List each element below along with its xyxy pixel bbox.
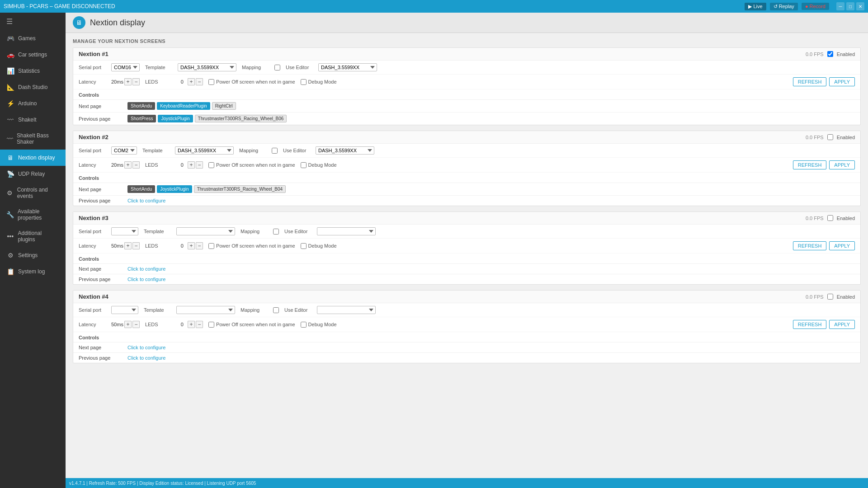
nextion-1-template[interactable]: DASH_3.5599XX bbox=[178, 63, 236, 71]
nextion-4-mapping-checkbox[interactable] bbox=[273, 307, 279, 313]
sidebar-item-additional-plugins[interactable]: ••• Additional plugins bbox=[0, 225, 66, 247]
nextion-4-debug-checkbox[interactable] bbox=[301, 322, 307, 328]
nextion-3-prev-configure[interactable]: Click to configure bbox=[127, 277, 165, 282]
nextion-3-fps: 0.0 FPS bbox=[806, 216, 824, 221]
settings-icon: ⚙ bbox=[6, 252, 14, 259]
nextion-2-refresh-button[interactable]: REFRESH bbox=[793, 160, 827, 169]
nextion-4-control-prev: Previous page Click to configure bbox=[73, 352, 860, 363]
nextion-3-leds-plus[interactable]: + bbox=[188, 242, 195, 249]
nextion-1-mapping-checkbox[interactable] bbox=[274, 65, 280, 70]
record-button[interactable]: ● Record bbox=[802, 3, 829, 10]
sidebar-item-games[interactable]: 🎮 Games bbox=[0, 30, 66, 47]
nextion-2-editor-template[interactable]: DASH_3.5599XX bbox=[316, 146, 374, 155]
nextion-2-debug-checkbox[interactable] bbox=[301, 162, 307, 168]
nextion-3-template[interactable] bbox=[176, 227, 235, 235]
maximize-button[interactable]: □ bbox=[846, 2, 854, 10]
nextion-1-leds-plus[interactable]: + bbox=[188, 78, 195, 85]
nextion-1-editor-template[interactable]: DASH_3.5599XX bbox=[318, 63, 377, 71]
nextion-1-poweroff-checkbox[interactable] bbox=[208, 79, 214, 85]
sidebar-label-statistics: Statistics bbox=[18, 68, 40, 74]
serial-port-label-1: Serial port bbox=[79, 65, 106, 70]
nextion-2-serial-port[interactable]: COM2 bbox=[111, 146, 137, 155]
nextion-4-serial-port[interactable] bbox=[111, 306, 138, 314]
nextion-4-template[interactable] bbox=[176, 306, 235, 314]
sidebar-item-available-properties[interactable]: 🔧 Available properties bbox=[0, 204, 66, 225]
nextion-1-poweroff-label[interactable]: Power Off screen when not in game bbox=[208, 79, 295, 85]
nextion-1-latency-plus[interactable]: + bbox=[124, 78, 132, 85]
nextion-1-debug-label[interactable]: Debug Mode bbox=[301, 79, 337, 85]
sidebar-item-system-log[interactable]: 📋 System log bbox=[0, 263, 66, 280]
nextion-4-editor-template[interactable] bbox=[317, 306, 376, 314]
nextion-2-poweroff-checkbox[interactable] bbox=[208, 162, 214, 168]
nextion-3-mapping-checkbox[interactable] bbox=[273, 229, 279, 235]
live-button[interactable]: ▶ Live bbox=[745, 3, 766, 10]
nextion-2-leds-plus[interactable]: + bbox=[188, 161, 195, 169]
template-label-2: Template bbox=[142, 148, 170, 153]
nextion-4-latency-plus[interactable]: + bbox=[124, 321, 132, 328]
games-icon: 🎮 bbox=[6, 35, 14, 42]
nextion-3-latency-minus[interactable]: − bbox=[132, 242, 140, 249]
nextion-3-poweroff-checkbox[interactable] bbox=[208, 243, 214, 249]
sidebar-item-car-settings[interactable]: 🚗 Car settings bbox=[0, 47, 66, 63]
nextion-1-serial-port[interactable]: COM16 bbox=[111, 63, 140, 71]
nextion-4-leds-minus[interactable]: − bbox=[196, 321, 203, 328]
nextion-4-latency-minus[interactable]: − bbox=[132, 321, 140, 328]
nextion-3-enabled-checkbox[interactable] bbox=[827, 215, 833, 221]
replay-button[interactable]: ↺ Replay bbox=[770, 3, 798, 10]
nextion-3-poweroff-label[interactable]: Power Off screen when not in game bbox=[208, 243, 295, 249]
nextion-2-prev-configure[interactable]: Click to configure bbox=[127, 198, 165, 203]
nextion-3-debug-checkbox[interactable] bbox=[301, 243, 307, 249]
nextion-2-template[interactable]: DASH_3.5599XX bbox=[175, 146, 234, 155]
sidebar-item-settings[interactable]: ⚙ Settings bbox=[0, 247, 66, 263]
sidebar-item-nextion-display[interactable]: 🖥 Nextion display bbox=[0, 150, 66, 166]
sidebar-item-controls-events[interactable]: ⚙ Controls and events bbox=[0, 182, 66, 204]
nextion-2-title: Nextion #2 bbox=[79, 134, 108, 141]
tag-wheel-2: ThrustmasterT300RS_Racing_Wheel_B04 bbox=[194, 185, 286, 193]
sidebar-label-additional-plugins: Additional plugins bbox=[18, 230, 60, 243]
sidebar-item-udp-relay[interactable]: 📡 UDP Relay bbox=[0, 166, 66, 182]
record-label: Record bbox=[810, 4, 826, 9]
nextion-4-refresh-button[interactable]: REFRESH bbox=[793, 320, 827, 329]
nextion-3-control-prev: Previous page Click to configure bbox=[73, 274, 860, 284]
sidebar-item-dash-studio[interactable]: 📐 Dash Studio bbox=[0, 79, 66, 95]
nextion-1-latency-minus[interactable]: − bbox=[132, 78, 140, 85]
nextion-1-refresh-button[interactable]: REFRESH bbox=[793, 77, 827, 86]
nextion-3-leds-minus[interactable]: − bbox=[196, 242, 203, 249]
nextion-3-debug-label[interactable]: Debug Mode bbox=[301, 243, 337, 249]
nextion-2-poweroff-label[interactable]: Power Off screen when not in game bbox=[208, 162, 295, 168]
nextion-4-enabled-checkbox[interactable] bbox=[827, 294, 833, 300]
sidebar-item-shakelt-bass[interactable]: 〰 ShakeIt Bass Shaker bbox=[0, 128, 66, 150]
nextion-2-mapping-checkbox[interactable] bbox=[272, 148, 278, 154]
nextion-3-editor-template[interactable] bbox=[317, 227, 376, 235]
nextion-2-enabled-checkbox[interactable] bbox=[827, 134, 833, 140]
close-button[interactable]: ✕ bbox=[856, 2, 864, 10]
tag-shortpress-1: ShortPress bbox=[127, 115, 156, 122]
sidebar-item-shakelt[interactable]: 〰 ShakeIt bbox=[0, 112, 66, 128]
nextion-3-latency-plus[interactable]: + bbox=[124, 242, 132, 249]
nextion-3-apply-button[interactable]: APPLY bbox=[829, 241, 855, 250]
menu-icon[interactable]: ☰ bbox=[0, 13, 66, 30]
nextion-3-refresh-button[interactable]: REFRESH bbox=[793, 241, 827, 250]
nextion-4-debug-label[interactable]: Debug Mode bbox=[301, 322, 337, 328]
titlebar-right: ▶ Live ↺ Replay ● Record ─ □ ✕ bbox=[745, 2, 864, 10]
minimize-button[interactable]: ─ bbox=[836, 2, 844, 10]
nextion-3-serial-port[interactable] bbox=[111, 227, 138, 235]
nextion-1-enabled-checkbox[interactable] bbox=[827, 51, 833, 57]
nextion-2-leds-minus[interactable]: − bbox=[196, 161, 203, 169]
nextion-1-leds-minus[interactable]: − bbox=[196, 78, 203, 85]
nextion-4-leds-plus[interactable]: + bbox=[188, 321, 195, 328]
nextion-4-poweroff-label[interactable]: Power Off screen when not in game bbox=[208, 322, 295, 328]
nextion-1-debug-checkbox[interactable] bbox=[301, 79, 307, 85]
nextion-4-next-configure[interactable]: Click to configure bbox=[127, 345, 165, 350]
nextion-2-latency-plus[interactable]: + bbox=[124, 161, 132, 169]
nextion-3-next-configure[interactable]: Click to configure bbox=[127, 266, 165, 272]
sidebar-item-arduino[interactable]: ⚡ Arduino bbox=[0, 95, 66, 112]
nextion-2-apply-button[interactable]: APPLY bbox=[829, 160, 855, 169]
nextion-1-apply-button[interactable]: APPLY bbox=[829, 77, 855, 86]
nextion-4-poweroff-checkbox[interactable] bbox=[208, 322, 214, 328]
nextion-2-latency-minus[interactable]: − bbox=[132, 161, 140, 169]
sidebar-item-statistics[interactable]: 📊 Statistics bbox=[0, 63, 66, 79]
nextion-2-debug-label[interactable]: Debug Mode bbox=[301, 162, 337, 168]
nextion-4-apply-button[interactable]: APPLY bbox=[829, 320, 855, 329]
nextion-4-prev-configure[interactable]: Click to configure bbox=[127, 355, 165, 361]
